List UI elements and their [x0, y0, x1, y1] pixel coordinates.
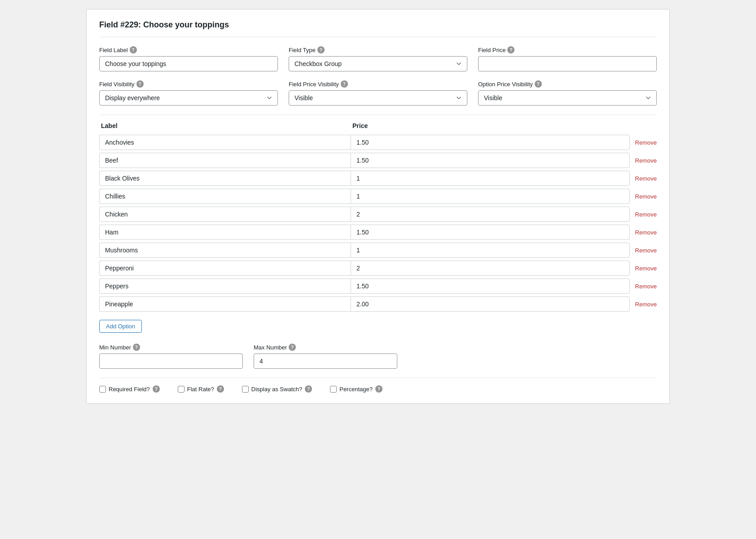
field-visibility-group: Field Visibility ? Display everywhereHid…: [99, 80, 278, 106]
option-price-input[interactable]: [351, 171, 630, 186]
option-price-input[interactable]: [351, 296, 630, 312]
min-number-input[interactable]: [99, 353, 243, 369]
table-row: Remove: [99, 225, 657, 240]
table-row: Remove: [99, 278, 657, 294]
table-row: Remove: [99, 243, 657, 258]
field-price-visibility-group: Field Price Visibility ? VisibleHidden: [289, 80, 467, 106]
divider: [99, 115, 657, 115]
table-row: Remove: [99, 135, 657, 150]
field-type-label: Field Type ?: [289, 46, 467, 53]
add-option-button[interactable]: Add Option: [99, 320, 142, 333]
bottom-section: Min Number ? Max Number ? Required Field…: [99, 344, 657, 393]
remove-option-button[interactable]: Remove: [635, 211, 657, 218]
percentage-help-icon[interactable]: ?: [375, 385, 382, 393]
required-field-item: Required Field? ?: [99, 385, 160, 393]
field-label-help-icon[interactable]: ?: [130, 46, 137, 53]
col-label-header: Label: [101, 122, 352, 129]
table-row: Remove: [99, 261, 657, 276]
field-type-group: Field Type ? Checkbox GroupRadio GroupTe…: [289, 46, 467, 71]
min-number-help-icon[interactable]: ?: [133, 344, 140, 351]
remove-option-button[interactable]: Remove: [635, 175, 657, 182]
flat-rate-label: Flat Rate?: [187, 386, 214, 393]
percentage-checkbox[interactable]: [330, 386, 337, 393]
option-price-input[interactable]: [351, 225, 630, 240]
options-container: RemoveRemoveRemoveRemoveRemoveRemoveRemo…: [99, 135, 657, 312]
remove-option-button[interactable]: Remove: [635, 229, 657, 236]
checkboxes-row: Required Field? ? Flat Rate? ? Display a…: [99, 378, 657, 393]
field-price-visibility-label: Field Price Visibility ?: [289, 80, 467, 88]
min-max-row: Min Number ? Max Number ?: [99, 344, 657, 369]
display-as-swatch-checkbox[interactable]: [242, 386, 249, 393]
field-price-group: Field Price ?: [478, 46, 657, 71]
option-label-input[interactable]: [99, 225, 351, 240]
field-type-select[interactable]: Checkbox GroupRadio GroupTextTextareaSel…: [289, 56, 467, 71]
option-price-input[interactable]: [351, 135, 630, 150]
option-price-visibility-group: Option Price Visibility ? VisibleHidden: [478, 80, 657, 106]
percentage-label: Percentage?: [339, 386, 373, 393]
max-number-help-icon[interactable]: ?: [289, 344, 296, 351]
remove-option-button[interactable]: Remove: [635, 139, 657, 146]
option-price-input[interactable]: [351, 278, 630, 294]
option-label-input[interactable]: [99, 243, 351, 258]
option-label-input[interactable]: [99, 261, 351, 276]
table-row: Remove: [99, 171, 657, 186]
remove-option-button[interactable]: Remove: [635, 247, 657, 254]
remove-option-button[interactable]: Remove: [635, 193, 657, 200]
remove-option-button[interactable]: Remove: [635, 157, 657, 164]
field-type-help-icon[interactable]: ?: [317, 46, 325, 53]
field-price-visibility-select[interactable]: VisibleHidden: [289, 90, 467, 106]
option-label-input[interactable]: [99, 296, 351, 312]
remove-option-button[interactable]: Remove: [635, 283, 657, 290]
min-number-group: Min Number ?: [99, 344, 243, 369]
display-as-swatch-item: Display as Swatch? ?: [242, 385, 312, 393]
field-visibility-select[interactable]: Display everywhereHiddenVisible: [99, 90, 278, 106]
field-visibility-help-icon[interactable]: ?: [136, 80, 144, 88]
table-row: Remove: [99, 296, 657, 312]
option-price-visibility-label: Option Price Visibility ?: [478, 80, 657, 88]
row-visibility: Field Visibility ? Display everywhereHid…: [99, 80, 657, 106]
field-label-group: Field Label ?: [99, 46, 278, 71]
min-number-label: Min Number ?: [99, 344, 243, 351]
option-label-input[interactable]: [99, 189, 351, 204]
table-row: Remove: [99, 153, 657, 168]
option-price-input[interactable]: [351, 153, 630, 168]
option-label-input[interactable]: [99, 207, 351, 222]
field-price-input[interactable]: [478, 56, 657, 71]
table-row: Remove: [99, 189, 657, 204]
field-label-label: Field Label ?: [99, 46, 278, 53]
percentage-item: Percentage? ?: [330, 385, 382, 393]
option-price-input[interactable]: [351, 243, 630, 258]
field-price-help-icon[interactable]: ?: [507, 46, 514, 53]
flat-rate-checkbox[interactable]: [178, 386, 185, 393]
display-as-swatch-help-icon[interactable]: ?: [305, 385, 312, 393]
required-field-checkbox[interactable]: [99, 386, 106, 393]
option-price-input[interactable]: [351, 207, 630, 222]
max-number-label: Max Number ?: [254, 344, 397, 351]
field-editor-card: Field #229: Choose your toppings Field L…: [86, 9, 670, 404]
max-number-group: Max Number ?: [254, 344, 397, 369]
option-price-visibility-help-icon[interactable]: ?: [535, 80, 542, 88]
table-row: Remove: [99, 207, 657, 222]
option-label-input[interactable]: [99, 278, 351, 294]
flat-rate-help-icon[interactable]: ?: [217, 385, 224, 393]
option-price-input[interactable]: [351, 261, 630, 276]
field-price-label: Field Price ?: [478, 46, 657, 53]
option-price-input[interactable]: [351, 189, 630, 204]
flat-rate-item: Flat Rate? ?: [178, 385, 224, 393]
remove-option-button[interactable]: Remove: [635, 265, 657, 272]
required-field-label: Required Field?: [109, 386, 150, 393]
option-label-input[interactable]: [99, 135, 351, 150]
option-label-input[interactable]: [99, 171, 351, 186]
field-label-input[interactable]: [99, 56, 278, 71]
option-price-visibility-select[interactable]: VisibleHidden: [478, 90, 657, 106]
field-price-visibility-help-icon[interactable]: ?: [341, 80, 348, 88]
display-as-swatch-label: Display as Swatch?: [251, 386, 302, 393]
remove-option-button[interactable]: Remove: [635, 301, 657, 308]
required-field-help-icon[interactable]: ?: [153, 385, 160, 393]
options-header: Label Price: [99, 122, 657, 129]
max-number-input[interactable]: [254, 353, 397, 369]
col-price-header: Price: [352, 122, 655, 129]
option-label-input[interactable]: [99, 153, 351, 168]
field-visibility-label: Field Visibility ?: [99, 80, 278, 88]
row-field-basic: Field Label ? Field Type ? Checkbox Grou…: [99, 46, 657, 71]
